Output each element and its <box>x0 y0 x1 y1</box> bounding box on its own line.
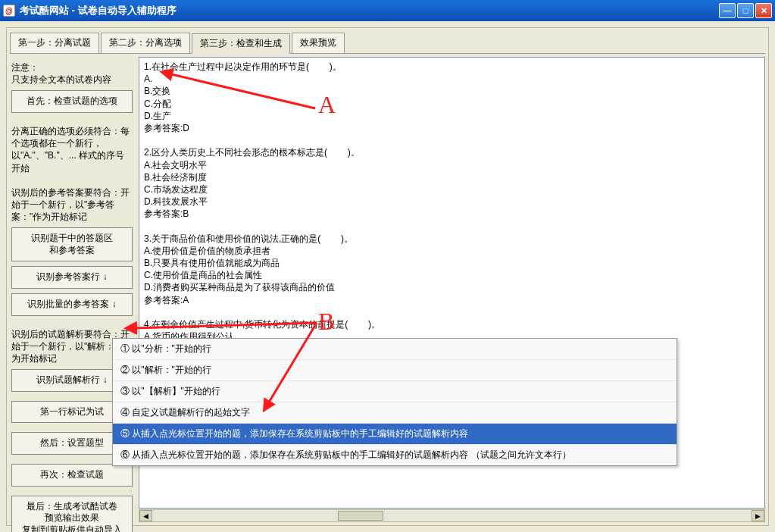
check-options-button[interactable]: 首先：检查试题的选项 <box>11 90 133 113</box>
tab-bar: 第一步：分离试题 第二步：分离选项 第三步：检查和生成 效果预览 <box>7 28 768 53</box>
scroll-thumb[interactable] <box>338 511 383 521</box>
menu-item-6[interactable]: ⑥ 从插入点光标位置开始的题，添加保存在系统剪贴板中的手工编辑好的试题解析内容 … <box>113 445 677 465</box>
app-icon: @ <box>3 5 15 17</box>
scroll-track[interactable] <box>152 510 752 521</box>
scroll-left-button[interactable]: ◀ <box>139 510 152 521</box>
tab-step2[interactable]: 第二步：分离选项 <box>101 33 190 53</box>
recognize-batch-answer-button[interactable]: 识别批量的参考答案 ↓ <box>11 293 133 316</box>
menu-item-4[interactable]: ④ 自定义试题解析行的起始文字 <box>113 402 677 424</box>
recognize-answer-row-button[interactable]: 识别参考答案行 ↓ <box>11 266 133 289</box>
menu-item-3[interactable]: ③ 以"【解析】"开始的行 <box>113 381 677 402</box>
close-button[interactable]: ✕ <box>755 3 772 18</box>
note-header: 注意： 只支持全文本的试卷内容 <box>11 61 133 86</box>
recheck-button[interactable]: 再次：检查试题 <box>11 464 133 487</box>
generate-final-button[interactable]: 最后：生成考试酷试卷 预览输出效果 复制到剪贴板供自动导入 <box>11 496 133 532</box>
tab-step3[interactable]: 第三步：检查和生成 <box>192 33 290 54</box>
window-title: 考试酷网站 - 试卷自动导入辅助程序 <box>20 4 719 17</box>
tab-step1[interactable]: 第一步：分离试题 <box>10 33 99 53</box>
scroll-right-button[interactable]: ▶ <box>752 510 764 521</box>
tab-preview[interactable]: 效果预览 <box>292 33 345 53</box>
minimize-button[interactable]: — <box>719 3 736 18</box>
menu-item-2[interactable]: ② 以"解析："开始的行 <box>113 360 677 381</box>
maximize-button[interactable]: □ <box>737 3 754 18</box>
title-bar: @ 考试酷网站 - 试卷自动导入辅助程序 — □ ✕ <box>0 0 775 21</box>
horizontal-scrollbar[interactable]: ◀ ▶ <box>139 509 765 522</box>
context-menu: ① 以"分析："开始的行② 以"解析："开始的行③ 以"【解析】"开始的行④ 自… <box>112 338 677 466</box>
menu-item-5[interactable]: ⑤ 从插入点光标位置开始的题，添加保存在系统剪贴板中的手工编辑好的试题解析内容 <box>113 424 677 445</box>
recognize-area-button[interactable]: 识别题干中的答题区 和参考答案 <box>11 227 133 261</box>
note-options-rule: 分离正确的选项必须符合：每个选项都在一个新行，以"A."、"B."、... 样式… <box>11 125 133 174</box>
menu-item-1[interactable]: ① 以"分析："开始的行 <box>113 339 677 360</box>
note-answer-rule: 识别后的参考答案要符合：开始于一个新行，以"参考答案："作为开始标记 <box>11 186 133 224</box>
